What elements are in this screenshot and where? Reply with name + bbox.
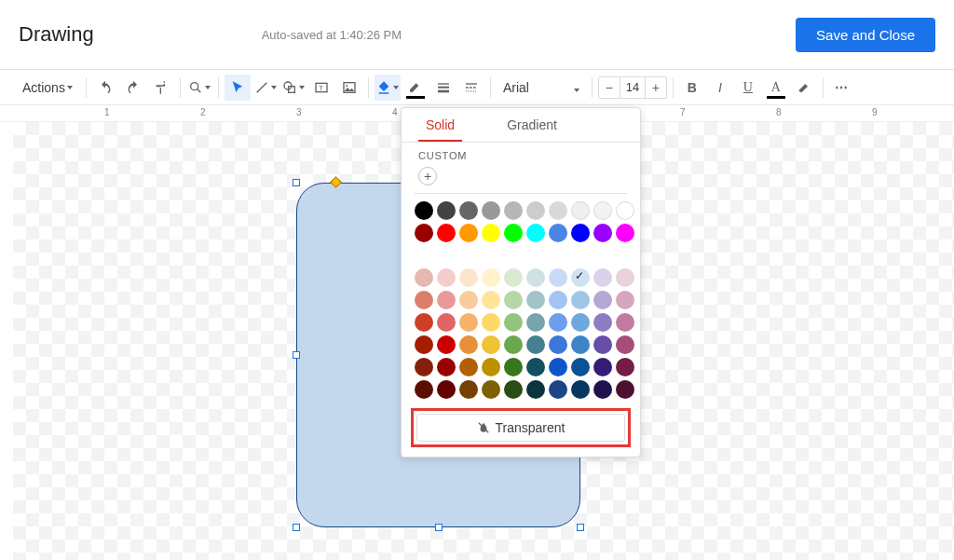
color-swatch[interactable]	[616, 335, 634, 354]
color-swatch[interactable]	[549, 335, 567, 354]
fill-color-button[interactable]	[375, 75, 401, 101]
color-swatch[interactable]	[504, 268, 523, 287]
color-swatch[interactable]	[571, 335, 590, 354]
color-swatch[interactable]	[549, 313, 567, 332]
color-swatch[interactable]	[437, 224, 456, 242]
color-swatch[interactable]	[482, 380, 500, 399]
color-swatch[interactable]	[415, 201, 433, 220]
color-swatch[interactable]	[459, 224, 478, 242]
color-swatch[interactable]	[482, 224, 500, 242]
color-swatch[interactable]	[504, 201, 523, 220]
color-swatch[interactable]	[459, 313, 478, 332]
color-swatch[interactable]	[504, 380, 523, 399]
color-swatch[interactable]	[504, 291, 523, 309]
italic-button[interactable]: I	[707, 75, 733, 101]
more-options-button[interactable]: ⋯	[829, 75, 855, 101]
color-swatch[interactable]	[437, 358, 456, 376]
image-tool-button[interactable]	[336, 75, 362, 101]
color-swatch[interactable]	[549, 358, 567, 376]
color-swatch[interactable]	[482, 268, 500, 287]
paint-format-button[interactable]	[148, 75, 174, 101]
color-swatch[interactable]	[415, 335, 433, 354]
color-swatch[interactable]	[526, 358, 545, 376]
color-swatch[interactable]	[415, 380, 433, 399]
tab-solid[interactable]: Solid	[418, 108, 462, 142]
color-swatch[interactable]	[593, 335, 612, 354]
underline-button[interactable]: U	[735, 75, 761, 101]
resize-handle-lm[interactable]	[293, 351, 300, 359]
tab-gradient[interactable]: Gradient	[499, 108, 565, 142]
font-size-input[interactable]: 14	[620, 77, 646, 98]
color-swatch[interactable]	[415, 224, 433, 242]
color-swatch[interactable]	[482, 313, 500, 332]
color-swatch[interactable]	[571, 380, 590, 399]
color-swatch[interactable]	[437, 291, 456, 309]
font-size-increase-button[interactable]: +	[646, 77, 666, 98]
color-swatch[interactable]	[616, 380, 634, 399]
highlight-color-button[interactable]	[791, 75, 817, 101]
text-color-button[interactable]: A	[763, 75, 789, 101]
color-swatch[interactable]	[593, 380, 612, 399]
color-swatch[interactable]	[616, 313, 634, 332]
font-family-select[interactable]: Arial	[497, 75, 586, 101]
shape-tool-button[interactable]	[280, 75, 307, 101]
color-swatch[interactable]	[571, 224, 590, 242]
color-swatch[interactable]	[593, 291, 612, 309]
color-swatch[interactable]	[437, 268, 456, 287]
actions-menu-button[interactable]: Actions	[15, 75, 80, 101]
color-swatch[interactable]	[437, 380, 456, 399]
resize-handle-bl[interactable]	[293, 524, 300, 531]
color-swatch[interactable]	[571, 201, 590, 220]
resize-handle-bm[interactable]	[435, 524, 443, 531]
color-swatch[interactable]	[571, 268, 590, 287]
color-swatch[interactable]	[415, 313, 433, 332]
color-swatch[interactable]	[504, 313, 523, 332]
border-color-button[interactable]	[402, 75, 429, 101]
color-swatch[interactable]	[549, 291, 567, 309]
color-swatch[interactable]	[549, 224, 567, 242]
color-swatch[interactable]	[482, 358, 500, 376]
color-swatch[interactable]	[437, 201, 456, 220]
color-swatch[interactable]	[593, 201, 612, 220]
color-swatch[interactable]	[593, 313, 612, 332]
resize-handle-tl[interactable]	[293, 179, 300, 186]
color-swatch[interactable]	[504, 358, 523, 376]
color-swatch[interactable]	[616, 268, 634, 287]
select-tool-button[interactable]	[225, 75, 251, 101]
color-swatch[interactable]	[549, 380, 567, 399]
color-swatch[interactable]	[526, 268, 545, 287]
textbox-tool-button[interactable]: T	[308, 75, 334, 101]
color-swatch[interactable]	[415, 268, 433, 287]
zoom-button[interactable]	[186, 75, 212, 101]
color-swatch[interactable]	[616, 224, 634, 242]
save-and-close-button[interactable]: Save and Close	[796, 18, 935, 52]
color-swatch[interactable]	[616, 291, 634, 309]
color-swatch[interactable]	[526, 201, 545, 220]
color-swatch[interactable]	[459, 268, 478, 287]
color-swatch[interactable]	[571, 358, 590, 376]
color-swatch[interactable]	[526, 335, 545, 354]
color-swatch[interactable]	[437, 335, 456, 354]
color-swatch[interactable]	[526, 313, 545, 332]
color-swatch[interactable]	[504, 224, 523, 242]
border-weight-button[interactable]	[430, 75, 457, 101]
color-swatch[interactable]	[526, 224, 545, 242]
color-swatch[interactable]	[593, 268, 612, 287]
color-swatch[interactable]	[549, 268, 567, 287]
color-swatch[interactable]	[459, 380, 478, 399]
color-swatch[interactable]	[437, 313, 456, 332]
color-swatch[interactable]	[593, 224, 612, 242]
color-swatch[interactable]	[616, 201, 634, 220]
color-swatch[interactable]	[459, 291, 478, 309]
bold-button[interactable]: B	[679, 75, 705, 101]
color-swatch[interactable]	[482, 291, 500, 309]
color-swatch[interactable]	[526, 380, 545, 399]
color-swatch[interactable]	[482, 201, 500, 220]
color-swatch[interactable]	[616, 358, 634, 376]
color-swatch[interactable]	[571, 313, 590, 332]
add-custom-color-button[interactable]: +	[418, 167, 437, 185]
redo-button[interactable]	[120, 75, 146, 101]
border-dash-button[interactable]	[458, 75, 484, 101]
color-swatch[interactable]	[415, 358, 433, 376]
color-swatch[interactable]	[593, 358, 612, 376]
